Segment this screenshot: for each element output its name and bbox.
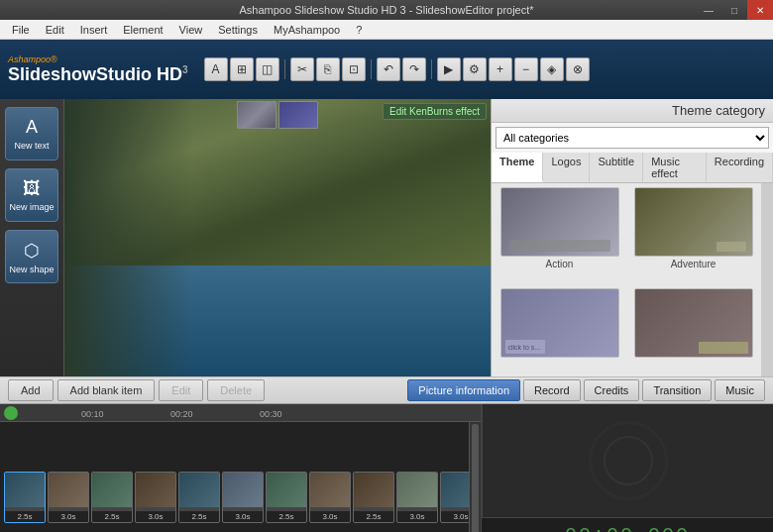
scrollbar-thumb xyxy=(472,424,479,532)
record-button[interactable]: Record xyxy=(523,379,580,401)
clip-5[interactable]: 2.5s xyxy=(178,472,220,523)
add-blank-button[interactable]: Add blank item xyxy=(57,379,156,401)
timeline-clips-row: 2.5s 3.0s 2.5s 3.0s xyxy=(0,422,481,532)
theme-item-4[interactable] xyxy=(629,288,757,372)
toolbar-btn-cut[interactable]: ✂ xyxy=(290,57,314,81)
lower-section: 00:10 00:20 00:30 2.5s 3.0s xyxy=(0,404,773,532)
clip-10[interactable]: 3.0s xyxy=(396,472,438,523)
theme-tabs: Theme Logos Subtitle Music effect Record… xyxy=(492,153,773,183)
ruler-marks-1: 00:10 00:20 00:30 xyxy=(22,404,465,421)
clip-11-duration: 3.0s xyxy=(441,511,469,522)
delete-button[interactable]: Delete xyxy=(207,379,265,401)
clip-img-9 xyxy=(354,473,393,507)
timeline-track[interactable]: 2.5s 3.0s 2.5s 3.0s xyxy=(0,422,469,532)
theme-grid: Action Adventure click to s... xyxy=(492,183,761,376)
music-button[interactable]: Music xyxy=(715,379,765,401)
toolbar-btn-layout[interactable]: ◫ xyxy=(256,57,279,81)
toolbar-btn-fit[interactable]: ◈ xyxy=(540,57,564,81)
theme-thumb-action xyxy=(500,187,619,257)
preview-rock-left xyxy=(64,99,192,376)
theme-label-action: Action xyxy=(546,259,574,269)
preview-thumbnails xyxy=(237,101,318,129)
title-bar: Ashampoo Slideshow Studio HD 3 - Slidesh… xyxy=(0,0,773,20)
new-shape-tool[interactable]: ⬡ New shape xyxy=(5,230,58,283)
main-toolbar: A ⊞ ◫ ✂ ⎘ ⊡ ↶ ↷ ▶ ⚙ + − ◈ ⊗ xyxy=(204,57,765,81)
clip-7[interactable]: 2.5s xyxy=(266,472,307,523)
logo-brand: Ashampoo® xyxy=(8,54,188,64)
toolbar-btn-play[interactable]: ▶ xyxy=(437,57,461,81)
clip-6[interactable]: 3.0s xyxy=(222,472,264,523)
timeline-scrollbar-v[interactable] xyxy=(469,422,481,532)
new-text-tool[interactable]: A New text xyxy=(5,107,58,160)
close-button[interactable]: ✕ xyxy=(747,0,773,20)
menu-file[interactable]: File xyxy=(4,22,38,38)
minimize-button[interactable]: — xyxy=(696,0,721,20)
toolbar-btn-copy[interactable]: ⎘ xyxy=(316,57,340,81)
menu-view[interactable]: View xyxy=(171,22,211,38)
clip-3-duration: 2.5s xyxy=(92,511,132,522)
info-display-area xyxy=(482,404,773,517)
theme-panel-header: Theme category xyxy=(492,99,773,123)
brand-watermark xyxy=(589,421,668,500)
app-header: Ashampoo® SlideshowStudio HD3 A ⊞ ◫ ✂ ⎘ … xyxy=(0,40,773,99)
toolbar-btn-zoom-out[interactable]: − xyxy=(514,57,538,81)
toolbar-btn-redo[interactable]: ↷ xyxy=(402,57,426,81)
clip-img-6 xyxy=(223,473,263,507)
maximize-button[interactable]: □ xyxy=(721,0,747,20)
clip-8[interactable]: 3.0s xyxy=(309,472,351,523)
ruler-mark-30: 00:30 xyxy=(260,409,282,419)
menu-element[interactable]: Element xyxy=(115,22,170,38)
clip-1[interactable]: 2.5s xyxy=(4,472,46,523)
toolbar-separator-3 xyxy=(431,59,432,79)
tab-logos[interactable]: Logos xyxy=(543,153,590,182)
tab-subtitle[interactable]: Subtitle xyxy=(590,153,643,182)
theme-item-adventure[interactable]: Adventure xyxy=(629,187,757,282)
preview-image xyxy=(64,99,491,376)
thumb-mini-2[interactable] xyxy=(278,101,318,129)
clip-10-duration: 3.0s xyxy=(397,511,437,522)
transition-button[interactable]: Transition xyxy=(642,379,712,401)
credits-button[interactable]: Credits xyxy=(584,379,640,401)
timeline-ruler-1: 00:10 00:20 00:30 xyxy=(0,404,481,422)
clip-2[interactable]: 3.0s xyxy=(48,472,89,523)
picture-info-button[interactable]: Picture information xyxy=(407,379,520,401)
theme-scrollbar[interactable] xyxy=(761,183,773,376)
logo-title: SlideshowStudio HD3 xyxy=(8,64,188,85)
tab-theme[interactable]: Theme xyxy=(492,153,543,182)
new-image-tool[interactable]: 🖼 New image xyxy=(5,168,58,222)
clip-3[interactable]: 2.5s xyxy=(91,472,133,523)
clip-9[interactable]: 2.5s xyxy=(353,472,394,523)
toolbar-btn-close[interactable]: ⊗ xyxy=(566,57,590,81)
theme-item-action[interactable]: Action xyxy=(496,187,623,282)
toolbar-btn-grid[interactable]: ⊞ xyxy=(230,57,254,81)
toolbar-separator-1 xyxy=(284,59,285,79)
thumb-mini-img-2 xyxy=(279,102,317,128)
menu-myashampoo[interactable]: MyAshampoo xyxy=(266,22,348,38)
toolbar-btn-settings[interactable]: ⚙ xyxy=(463,57,487,81)
add-button[interactable]: Add xyxy=(8,379,54,401)
toolbar-btn-text[interactable]: A xyxy=(204,57,228,81)
category-select[interactable]: All categories xyxy=(496,127,769,149)
toolbar-btn-undo[interactable]: ↶ xyxy=(377,57,400,81)
menu-edit[interactable]: Edit xyxy=(38,22,72,38)
clip-4[interactable]: 3.0s xyxy=(135,472,176,523)
clip-img-10 xyxy=(397,473,437,507)
clip-img-1 xyxy=(5,473,45,507)
theme-thumb-4 xyxy=(634,288,753,358)
menu-settings[interactable]: Settings xyxy=(210,22,266,38)
theme-item-3[interactable]: click to s... xyxy=(496,288,623,372)
clip-img-4 xyxy=(136,473,175,507)
thumb-mini-1[interactable] xyxy=(237,101,276,129)
window-controls: — □ ✕ xyxy=(696,0,773,20)
edit-kenburns-button[interactable]: Edit KenBurns effect xyxy=(383,103,487,120)
clip-11[interactable]: 3.0s xyxy=(440,472,469,523)
edit-button[interactable]: Edit xyxy=(159,379,203,401)
toolbar-btn-zoom-in[interactable]: + xyxy=(489,57,512,81)
tools-panel: A New text 🖼 New image ⬡ New shape xyxy=(0,99,64,376)
thumb-mini-img-1 xyxy=(238,102,276,128)
tab-recording[interactable]: Recording xyxy=(707,153,773,182)
toolbar-btn-paste[interactable]: ⊡ xyxy=(342,57,366,81)
tab-music-effect[interactable]: Music effect xyxy=(643,153,707,182)
menu-help[interactable]: ? xyxy=(348,22,370,38)
menu-insert[interactable]: Insert xyxy=(72,22,116,38)
